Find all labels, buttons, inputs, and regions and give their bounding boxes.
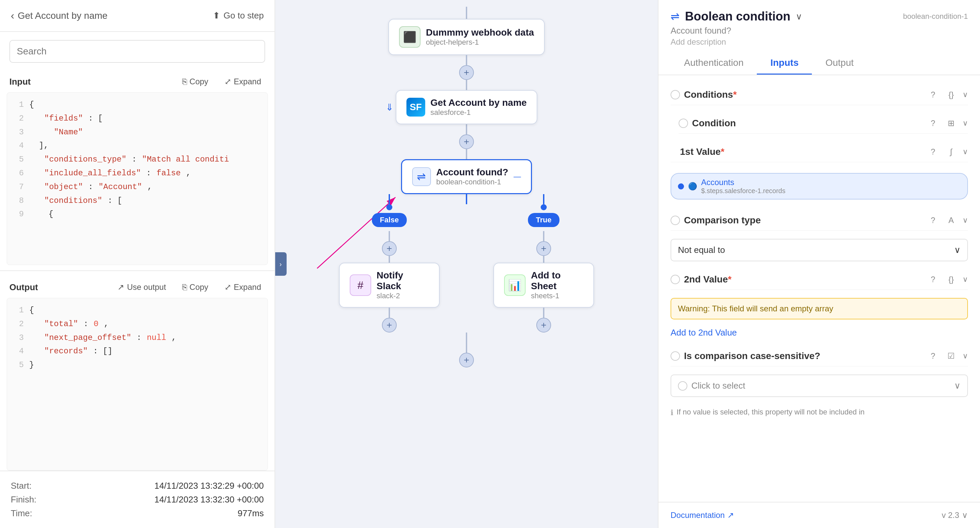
click-to-select-arrow: ∨ xyxy=(954,381,961,391)
back-title: Get Account by name xyxy=(18,10,108,21)
slack-subtitle: slack-2 xyxy=(377,292,429,300)
comparison-dropdown-icon[interactable]: ∨ xyxy=(963,216,968,225)
condition-grid-icon[interactable]: ⊞ xyxy=(944,116,958,130)
accounts-name: Accounts xyxy=(701,178,785,187)
start-value: 14/11/2023 13:32:29 +00:00 xyxy=(139,481,264,491)
tabs-row: Authentication Inputs Output xyxy=(671,52,968,75)
conditions-dropdown-icon[interactable]: ∨ xyxy=(963,90,968,99)
time-label: Time: xyxy=(11,508,135,518)
cursor-icon: ⬆ xyxy=(213,10,220,21)
output-actions: ↗ Use output ⎘ Copy ⤢ Expand xyxy=(113,280,265,295)
comparison-radio[interactable] xyxy=(671,215,680,225)
use-output-label: Use output xyxy=(127,282,166,292)
first-value-icons: ? ∫ ∨ xyxy=(926,145,968,158)
conditions-help-icon[interactable]: ? xyxy=(926,88,940,101)
salesforce-node[interactable]: ⇓ SF Get Account by name salesforce-1 xyxy=(396,90,538,124)
tab-authentication[interactable]: Authentication xyxy=(671,52,757,75)
documentation-link[interactable]: Documentation ↗ xyxy=(671,510,734,520)
add-true-end-button[interactable]: + xyxy=(536,318,551,332)
second-value-formula-icon[interactable]: {} xyxy=(944,273,958,286)
first-value-formula-icon[interactable]: ∫ xyxy=(944,145,958,158)
tab-inputs[interactable]: Inputs xyxy=(757,52,812,75)
conditions-template-icon[interactable]: {} xyxy=(944,88,958,101)
case-sensitive-dropdown-icon[interactable]: ∨ xyxy=(963,352,968,361)
case-sensitive-help-icon[interactable]: ? xyxy=(926,349,940,363)
version-chevron-icon: ∨ xyxy=(962,510,968,520)
webhook-title: Dummmy webhook data xyxy=(426,27,534,38)
add-true-button[interactable]: + xyxy=(536,241,551,256)
right-panel: ⇌ Boolean condition ∨ boolean-condition-… xyxy=(658,0,980,528)
first-value-row: 1st Value* ? ∫ ∨ xyxy=(671,142,968,162)
click-to-select-inner: Click to select xyxy=(678,381,745,391)
connector-3 xyxy=(466,124,467,134)
sheets-node[interactable]: 📊 Add to Sheet sheets-1 xyxy=(493,263,594,308)
right-header: ⇌ Boolean condition ∨ boolean-condition-… xyxy=(659,0,980,75)
sheets-text: Add to Sheet sheets-1 xyxy=(531,270,583,300)
true-branch: True + 📊 Add to Sheet sheets-1 + xyxy=(493,194,594,332)
conditions-radio[interactable] xyxy=(671,90,680,99)
boolean-icon: ⇌ xyxy=(412,167,431,186)
comparison-text-icon[interactable]: A xyxy=(944,214,958,227)
second-value-dropdown-icon[interactable]: ∨ xyxy=(963,275,968,284)
use-output-button[interactable]: ↗ Use output xyxy=(113,280,170,295)
output-section-header: Output ↗ Use output ⎘ Copy ⤢ Expand xyxy=(0,276,275,298)
slack-icon: # xyxy=(350,274,371,296)
first-value-dropdown-icon[interactable]: ∨ xyxy=(963,147,968,156)
first-value-help-icon[interactable]: ? xyxy=(926,145,940,158)
condition-row: Condition ? ⊞ ∨ xyxy=(679,113,968,134)
output-expand-button[interactable]: ⤢ Expand xyxy=(221,280,265,295)
click-to-select-label: Click to select xyxy=(691,381,745,391)
boolean-node[interactable]: ⇌ Account found? boolean-condition-1 — xyxy=(401,159,532,194)
true-connector xyxy=(543,194,544,204)
condition-radio[interactable] xyxy=(679,118,688,128)
merge-connector xyxy=(466,332,467,353)
version-text: v 2.3 ∨ xyxy=(942,510,968,520)
true-line xyxy=(543,231,544,241)
webhook-node[interactable]: ⬛ Dummmy webhook data object-helpers-1 xyxy=(388,19,545,55)
comparison-select[interactable]: Not equal to ∨ xyxy=(671,239,968,261)
add-end-button[interactable]: + xyxy=(459,353,474,367)
accounts-sf-icon: 🔵 xyxy=(688,182,697,191)
comparison-help-icon[interactable]: ? xyxy=(926,214,940,227)
salesforce-title: Get Account by name xyxy=(431,97,527,108)
add-to-second-value-link[interactable]: Add to 2nd Value xyxy=(671,327,968,338)
case-sensitive-checkbox-icon[interactable]: ☑ xyxy=(944,349,958,363)
back-button[interactable]: ‹ Get Account by name xyxy=(11,10,107,22)
second-value-radio[interactable] xyxy=(671,275,680,284)
tab-output[interactable]: Output xyxy=(812,52,867,75)
warning-box: Warning: This field will send an empty a… xyxy=(671,298,968,319)
case-sensitive-radio[interactable] xyxy=(671,351,680,361)
info-text-content: If no value is selected, this property w… xyxy=(676,408,865,416)
right-title-row: ⇌ Boolean condition ∨ boolean-condition-… xyxy=(671,10,968,24)
add-node-button-1[interactable]: + xyxy=(459,65,474,80)
false-line xyxy=(389,231,390,241)
comparison-select-value: Not equal to xyxy=(678,245,725,255)
add-false-end-button[interactable]: + xyxy=(382,318,397,332)
slack-node[interactable]: # Notify Slack slack-2 xyxy=(339,263,440,308)
panel-toggle-button[interactable]: › xyxy=(275,252,286,276)
expand-label-2: Expand xyxy=(234,282,261,292)
add-description[interactable]: Add description xyxy=(671,37,968,47)
branch-connector xyxy=(466,194,467,204)
copy-icon: ⎘ xyxy=(182,77,187,86)
add-false-button[interactable]: + xyxy=(382,241,397,256)
condition-help-icon[interactable]: ? xyxy=(926,116,940,130)
false-line-3 xyxy=(389,308,390,318)
go-to-step-button[interactable]: ⬆ Go to step xyxy=(213,10,264,21)
condition-dropdown-icon[interactable]: ∨ xyxy=(963,119,968,128)
second-value-label: 2nd Value* xyxy=(684,274,922,285)
false-connector xyxy=(389,194,390,204)
add-node-button-2[interactable]: + xyxy=(459,134,474,149)
click-to-select-field[interactable]: Click to select ∨ xyxy=(671,375,968,397)
go-to-step-label: Go to step xyxy=(224,10,264,21)
second-value-help-icon[interactable]: ? xyxy=(926,273,940,286)
input-expand-button[interactable]: ⤢ Expand xyxy=(221,74,265,89)
input-copy-button[interactable]: ⎘ Copy xyxy=(178,74,212,89)
false-label: False xyxy=(372,213,407,227)
boolean-icon-small: ⇌ xyxy=(671,10,679,23)
input-label: Input xyxy=(10,77,31,87)
search-input[interactable] xyxy=(10,40,265,63)
code-line: 1{ xyxy=(14,98,261,112)
required-star: * xyxy=(733,89,737,100)
output-copy-button[interactable]: ⎘ Copy xyxy=(178,280,212,295)
